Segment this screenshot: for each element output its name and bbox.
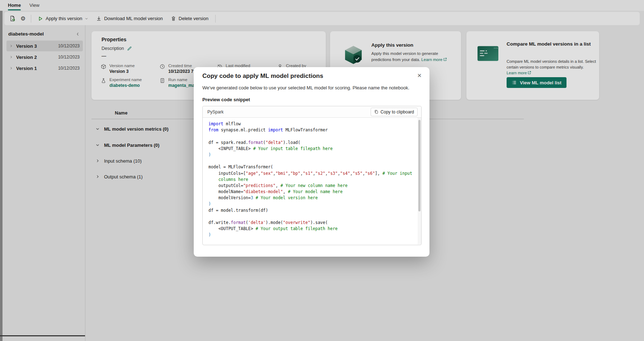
copy-icon: [374, 109, 379, 114]
copy-to-clipboard-button[interactable]: Copy to clipboard: [371, 108, 418, 116]
code-scrollbar-thumb[interactable]: [418, 120, 420, 211]
code-snippet-box: PySpark Copy to clipboard import mlflowf…: [202, 106, 422, 245]
dialog-title: Copy code to apply ML model predictions: [202, 73, 323, 80]
code-scrollbar[interactable]: [418, 118, 421, 244]
code-content: import mlflowfrom synapse.ml.predict imp…: [203, 118, 418, 245]
preview-code-label: Preview code snippet: [202, 97, 250, 102]
copy-code-dialog: Copy code to apply ML model predictions …: [194, 67, 429, 257]
close-icon[interactable]: ×: [414, 71, 424, 81]
code-language-label: PySpark: [207, 109, 224, 115]
app-window: Home View ⚙ Apply this version: [0, 0, 644, 341]
dialog-subtitle: We've generated code below to use your s…: [202, 85, 409, 90]
copy-to-clipboard-label: Copy to clipboard: [381, 109, 414, 115]
